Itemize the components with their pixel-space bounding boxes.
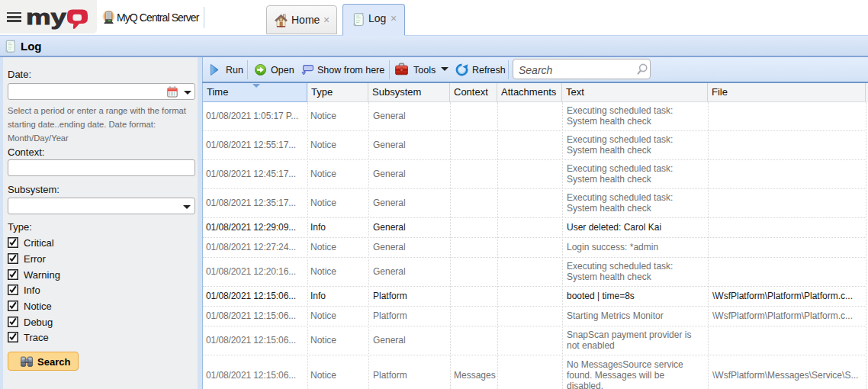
svg-text:my: my	[26, 7, 66, 29]
